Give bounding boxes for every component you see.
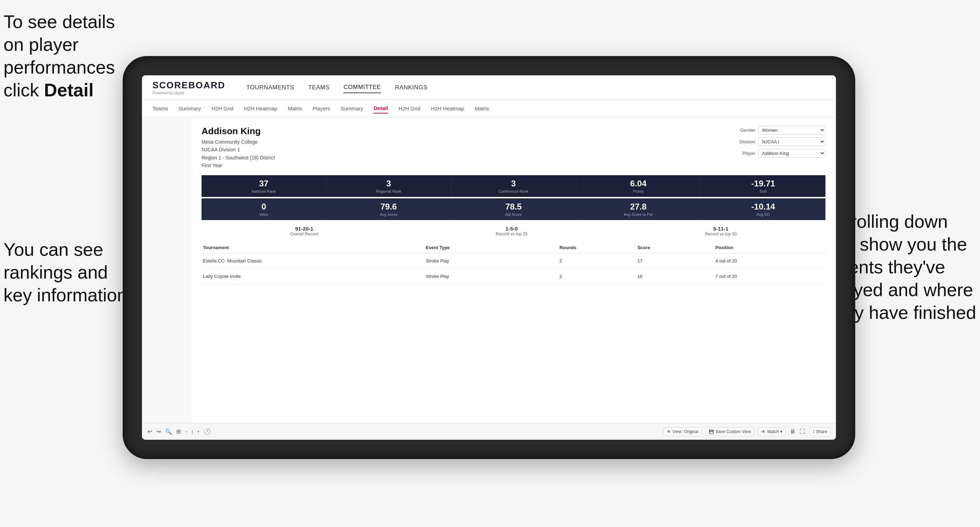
player-division: NJCAA Division 1 — [202, 146, 275, 154]
toolbar-watch-button[interactable]: 👁 Watch ▾ — [758, 427, 786, 436]
stat-avg-score-par: 27.8 Avg Score to Par — [576, 198, 701, 220]
stat-label-national: National Rank — [204, 189, 323, 194]
stat-value-conference: 3 — [454, 179, 573, 189]
toolbar-save-label: Save Custom View — [715, 429, 751, 434]
cell-position-2: 7 out of 20 — [714, 274, 826, 279]
stat-label-regional: Regional Rank — [329, 189, 448, 194]
record-top25: 1-5-0 Record vs top 25 — [496, 225, 528, 237]
toolbar-share-label: Share — [816, 429, 827, 434]
stats-row1: 37 National Rank 3 Regional Rank 3 Confe… — [202, 175, 826, 197]
record-label-top50: Record vs top 50 — [705, 232, 737, 237]
toolbar-grid-icon[interactable]: ⊞ — [176, 428, 181, 435]
sub-nav-h2h-grid[interactable]: H2H Grid — [212, 104, 234, 113]
control-gender: Gender Women Men — [734, 126, 826, 135]
toolbar-save-custom-button[interactable]: 💾 Save Custom View — [706, 427, 754, 436]
player-info: Addison King Mesa Community College NJCA… — [202, 126, 275, 170]
annotation-text-bottom: You can see rankings and key information — [3, 239, 127, 305]
toolbar-clock-icon[interactable]: 🕐 — [204, 428, 211, 435]
stats-row2: 0 Wins 79.6 Avg Score 78.5 Adj Score 27.… — [202, 198, 826, 220]
sub-nav-matrix2[interactable]: Matrix — [474, 104, 489, 113]
sub-nav: Teams Summary H2H Grid H2H Heatmap Matri… — [142, 100, 836, 117]
annotation-left-bottom: You can see rankings and key information — [3, 238, 137, 306]
toolbar-minus-icon[interactable]: − — [185, 429, 188, 434]
toolbar-watch-label: Watch — [767, 429, 779, 434]
stat-conference-rank: 3 Conference Rank — [451, 175, 576, 197]
stat-label-avg-sg: Avg SG — [704, 212, 822, 217]
detail-panel: Addison King Mesa Community College NJCA… — [191, 117, 836, 423]
toolbar-fullscreen-icon[interactable]: ⛶ — [800, 429, 805, 435]
player-name: Addison King — [202, 126, 275, 137]
division-label: Division — [734, 139, 755, 144]
stat-value-regional: 3 — [329, 179, 448, 189]
records-row: 91-20-1 Overall Record 1-5-0 Record vs t… — [202, 225, 826, 237]
record-label-overall: Overall Record — [290, 232, 318, 237]
player-select[interactable]: Addison King — [758, 149, 826, 158]
stat-adj-score: 78.5 Adj Score — [451, 198, 576, 220]
sub-nav-summary2[interactable]: Summary — [341, 104, 363, 113]
sub-nav-players[interactable]: Players — [313, 104, 330, 113]
record-label-top25: Record vs top 25 — [496, 232, 528, 237]
watch-chevron-icon: ▾ — [780, 429, 782, 434]
sub-nav-h2h-heatmap2[interactable]: H2H Heatmap — [431, 104, 464, 113]
player-college: Mesa Community College — [202, 138, 275, 146]
sub-nav-h2h-heatmap[interactable]: H2H Heatmap — [244, 104, 277, 113]
stat-label-conference: Conference Rank — [454, 189, 573, 194]
control-player: Player Addison King — [734, 149, 826, 158]
cell-event-type-2: Stroke Play — [425, 274, 558, 279]
sub-nav-summary[interactable]: Summary — [178, 104, 201, 113]
col-score: Score — [636, 245, 714, 250]
toolbar-redo-icon[interactable]: ↪ — [156, 428, 161, 435]
stat-points: 6.04 Points — [576, 175, 701, 197]
record-value-top25: 1-5-0 — [496, 225, 528, 232]
stat-label-sos: SoS — [704, 189, 822, 194]
sub-nav-h2h-grid2[interactable]: H2H Grid — [399, 104, 421, 113]
player-header: Addison King Mesa Community College NJCA… — [202, 126, 826, 170]
toolbar-share-button[interactable]: ⤴ Share — [809, 427, 830, 436]
table-row[interactable]: Estella CC- Mountain Classic Stroke Play… — [202, 253, 826, 269]
toolbar-view-label: View: Original — [672, 429, 698, 434]
col-event-type: Event Type — [425, 245, 558, 250]
record-top50: 5-11-1 Record vs top 50 — [705, 225, 737, 237]
gender-select[interactable]: Women Men — [758, 126, 826, 135]
logo-text: SCOREBOARD — [153, 80, 225, 91]
watch-icon: 👁 — [761, 429, 765, 434]
sub-nav-teams[interactable]: Teams — [153, 104, 168, 113]
toolbar-plus-icon[interactable]: + — [197, 429, 199, 434]
division-select[interactable]: NJCAA I NJCAA II — [758, 137, 826, 146]
nav-committee[interactable]: COMMITTEE — [344, 82, 381, 93]
record-overall: 91-20-1 Overall Record — [290, 225, 318, 237]
stat-wins: 0 Wins — [202, 198, 326, 220]
view-icon: 👁 — [667, 429, 671, 434]
main-content: Addison King Mesa Community College NJCA… — [142, 117, 836, 423]
stat-value-avg-score-par: 27.8 — [579, 202, 698, 212]
stat-label-adj-score: Adj Score — [454, 212, 573, 217]
stat-avg-sg: -10.14 Avg SG — [701, 198, 826, 220]
stat-label-avg-score-par: Avg Score to Par — [579, 212, 698, 217]
stat-label-wins: Wins — [204, 212, 323, 217]
sub-nav-matrix[interactable]: Matrix — [288, 104, 302, 113]
sub-nav-detail[interactable]: Detail — [374, 103, 388, 114]
nav-teams[interactable]: TEAMS — [308, 83, 329, 93]
stat-value-sos: -19.71 — [704, 179, 822, 189]
cell-score-2: 16 — [636, 274, 714, 279]
nav-tournaments[interactable]: TOURNAMENTS — [247, 83, 294, 93]
toolbar-undo-icon[interactable]: ↩ — [148, 428, 152, 435]
annotation-bold-detail: Detail — [44, 80, 94, 100]
stat-value-national: 37 — [204, 179, 323, 189]
record-value-top50: 5-11-1 — [705, 225, 737, 232]
toolbar-dash: | — [192, 429, 193, 434]
tablet-screen: SCOREBOARD Powered by clippd TOURNAMENTS… — [142, 75, 836, 440]
nav-rankings[interactable]: RANKINGS — [395, 83, 428, 93]
annotation-left-top: To see details on player performances cl… — [3, 11, 137, 102]
toolbar-monitor-icon[interactable]: 🖥 — [790, 429, 795, 435]
toolbar-zoom-icon[interactable]: 🔍 — [165, 428, 172, 435]
player-year: First Year — [202, 162, 275, 169]
cell-tournament-2: Lady Coyote Invite — [202, 274, 425, 279]
stat-sos: -19.71 SoS — [701, 175, 826, 197]
toolbar-view-original-button[interactable]: 👁 View: Original — [663, 427, 702, 436]
table-row[interactable]: Lady Coyote Invite Stroke Play 2 16 7 ou… — [202, 269, 826, 284]
stat-value-avg-score: 79.6 — [329, 202, 448, 212]
stat-national-rank: 37 National Rank — [202, 175, 326, 197]
player-region: Region 1 - Southwest (18) District — [202, 154, 275, 162]
stat-value-wins: 0 — [204, 202, 323, 212]
